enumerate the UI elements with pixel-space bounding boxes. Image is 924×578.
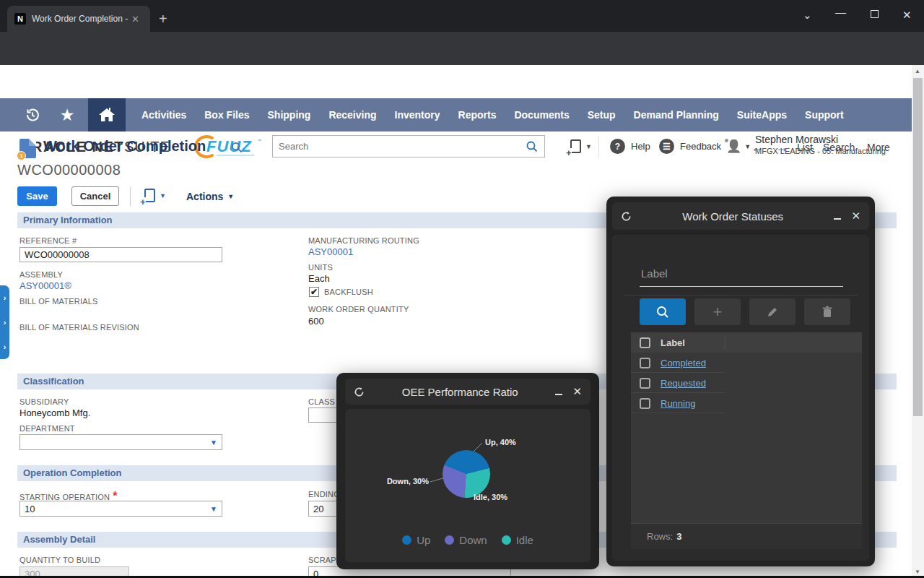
collapsed-side-panels[interactable]: › › › <box>0 285 9 359</box>
role-switcher[interactable]: 👤 ▼ <box>726 139 751 154</box>
department-select[interactable]: ▼ <box>19 434 222 450</box>
work-order-quantity-label: WORK ORDER QUANTITY <box>308 305 409 314</box>
nav-home-tab[interactable] <box>88 98 126 131</box>
input-underline <box>640 286 843 287</box>
close-icon[interactable]: ✕ <box>572 385 582 398</box>
scrollbar-up-icon[interactable]: ▲ <box>915 68 920 74</box>
next-record-icon[interactable]: → <box>775 140 788 155</box>
reference-input[interactable] <box>19 247 222 262</box>
bom-revision-label: BILL OF MATERIALS REVISION <box>19 323 139 332</box>
status-link[interactable]: Completed <box>661 358 706 368</box>
nav-item-box-files[interactable]: Box Files <box>204 109 249 121</box>
refresh-icon[interactable] <box>354 387 365 397</box>
minimize-icon[interactable] <box>834 218 841 220</box>
close-icon[interactable]: ✕ <box>851 210 860 223</box>
row-checkbox[interactable] <box>640 398 650 409</box>
title-search-icon[interactable] <box>231 142 243 154</box>
row-checkbox[interactable] <box>640 358 650 368</box>
main-navbar: ★ Activities Box Files Shipping Receivin… <box>0 98 924 131</box>
table-row[interactable]: Completed <box>631 353 862 373</box>
select-all-checkbox[interactable] <box>640 337 650 348</box>
status-link[interactable]: Running <box>661 398 695 409</box>
feedback-icon: ☰ <box>659 139 674 154</box>
table-footer: Rows: 3 <box>631 523 862 549</box>
legend-dot <box>445 535 454 545</box>
scrollbar-thumb[interactable] <box>913 78 923 416</box>
search-button[interactable] <box>640 298 686 325</box>
header-divider <box>598 136 599 158</box>
minimize-icon[interactable] <box>555 394 562 395</box>
rows-label: Rows: <box>647 531 673 542</box>
list-link[interactable]: List <box>797 142 813 153</box>
label-filter-input[interactable]: Label <box>641 267 668 280</box>
scrap-label: SCRAP <box>308 556 336 564</box>
actions-menu[interactable]: Actions ▼ <box>186 191 234 202</box>
window-close-icon[interactable]: ✕ <box>902 9 912 22</box>
nav-item-suiteapps[interactable]: SuiteApps <box>737 109 787 121</box>
refresh-icon[interactable] <box>621 211 632 222</box>
feedback-button[interactable]: ☰ Feedback <box>659 139 721 154</box>
legend-item-up[interactable]: Up <box>402 534 430 546</box>
create-new-button[interactable]: ▼ <box>570 139 592 153</box>
nav-item-documents[interactable]: Documents <box>514 109 569 121</box>
pie-legend: Up Down Idle <box>345 534 590 546</box>
table-row[interactable]: Running <box>631 393 862 413</box>
browser-tab[interactable]: N Work Order Completion - NetSui ✕ <box>7 6 150 32</box>
new-tab-button[interactable]: + <box>159 12 167 26</box>
backflush-field: ✔ BACKFLUSH <box>309 287 373 297</box>
scrollbar-down-icon[interactable]: ▼ <box>915 569 920 575</box>
nav-menu: Activities Box Files Shipping Receiving … <box>141 109 844 121</box>
global-search-input[interactable] <box>273 141 526 152</box>
save-button[interactable]: Save <box>17 186 57 206</box>
routing-link[interactable]: ASY00001 <box>308 246 353 257</box>
search-icon[interactable] <box>526 140 539 153</box>
nav-item-receiving[interactable]: Receiving <box>328 109 376 121</box>
oee-pie[interactable] <box>443 450 490 498</box>
add-record-button[interactable]: ▼ <box>144 189 166 202</box>
nav-item-activities[interactable]: Activities <box>141 109 186 121</box>
nav-item-support[interactable]: Support <box>805 109 844 121</box>
button-divider <box>130 187 131 206</box>
starting-operation-select[interactable]: 10▼ <box>19 501 222 517</box>
tab-search-chevron-icon[interactable]: ⌄ <box>803 9 812 22</box>
nav-item-demand-planning[interactable]: Demand Planning <box>634 109 719 121</box>
table-row[interactable]: Requested <box>631 373 862 393</box>
oee-performance-widget: OEE Performance Ratio ✕ Up, 40% Down, 30… <box>336 373 599 569</box>
prev-record-icon[interactable]: ← <box>751 140 764 155</box>
edit-button[interactable] <box>749 298 796 325</box>
nav-item-setup[interactable]: Setup <box>588 109 616 121</box>
row-checkbox[interactable] <box>640 378 650 389</box>
add-button[interactable]: + <box>694 298 741 325</box>
more-link[interactable]: More <box>867 142 890 153</box>
nav-item-reports[interactable]: Reports <box>458 109 497 121</box>
legend-item-down[interactable]: Down <box>445 534 487 546</box>
window-minimize-icon[interactable]: — <box>835 6 846 18</box>
window-maximize-icon[interactable] <box>871 10 879 18</box>
favorites-star-icon[interactable]: ★ <box>51 105 84 125</box>
help-button[interactable]: ? Help <box>610 139 650 154</box>
table-empty-area <box>631 413 862 523</box>
search-link[interactable]: Search <box>823 142 855 153</box>
statuses-table: Label Completed Requested Running <box>631 332 862 549</box>
feedback-label: Feedback <box>680 141 721 152</box>
legend-item-idle[interactable]: Idle <box>502 534 533 546</box>
pie-label-up: Up, 40% <box>485 438 516 447</box>
assembly-link[interactable]: ASY00001® <box>19 280 71 291</box>
nav-item-inventory[interactable]: Inventory <box>395 109 440 121</box>
cancel-button[interactable]: Cancel <box>71 186 119 206</box>
backflush-checkbox[interactable]: ✔ <box>309 287 319 297</box>
pie-label-down: Down, 30% <box>385 477 429 486</box>
recent-records-icon[interactable] <box>16 106 49 124</box>
screen: N Work Order Completion - NetSui ✕ + ⌄ —… <box>0 0 924 578</box>
reference-label: REFERENCE # <box>19 236 77 245</box>
status-link[interactable]: Requested <box>661 378 706 389</box>
delete-button[interactable] <box>804 298 850 325</box>
oee-widget-header[interactable]: OEE Performance Ratio ✕ <box>345 379 590 405</box>
work-order-quantity-value: 600 <box>308 316 324 327</box>
statuses-widget-header[interactable]: Work Order Statuses ✕ <box>612 202 869 230</box>
bom-label: BILL OF MATERIALS <box>19 297 98 306</box>
tab-close-icon[interactable]: ✕ <box>131 14 139 25</box>
nav-item-shipping[interactable]: Shipping <box>268 109 311 121</box>
global-search[interactable] <box>272 135 545 158</box>
create-new-icon <box>570 139 581 153</box>
